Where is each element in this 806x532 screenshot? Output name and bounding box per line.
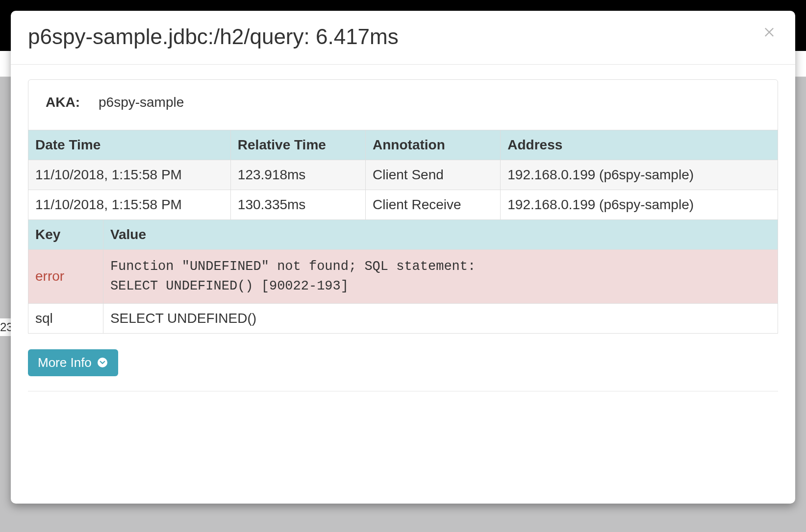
cell-relative: 123.918ms [230, 160, 365, 190]
cell-annotation: Client Send [366, 160, 501, 190]
cell-address: 192.168.0.199 (p6spy-sample) [501, 160, 778, 190]
modal-title: p6spy-sample.jdbc:/h2/query: 6.417ms [28, 24, 399, 49]
cell-relative: 130.335ms [230, 190, 365, 219]
events-th-address: Address [501, 130, 778, 160]
close-icon [762, 24, 776, 38]
kv-value: SELECT UNDEFINED() [103, 303, 778, 333]
more-info-label: More Info [38, 355, 92, 370]
kv-th-key: Key [28, 219, 103, 249]
kv-value: Function "UNDEFINED" not found; SQL stat… [103, 249, 778, 303]
events-th-annotation: Annotation [366, 130, 501, 160]
kv-row-sql: sql SELECT UNDEFINED() [28, 303, 778, 333]
modal-header: p6spy-sample.jdbc:/h2/query: 6.417ms [11, 11, 795, 65]
chevron-down-icon [97, 357, 108, 368]
table-row: 11/10/2018, 1:15:58 PM 123.918ms Client … [28, 160, 778, 190]
kv-row-error: error Function "UNDEFINED" not found; SQ… [28, 249, 778, 303]
cell-datetime: 11/10/2018, 1:15:58 PM [28, 190, 231, 219]
cell-annotation: Client Receive [366, 190, 501, 219]
section-divider [28, 391, 778, 391]
cell-address: 192.168.0.199 (p6spy-sample) [501, 190, 778, 219]
aka-value: p6spy-sample [99, 95, 184, 110]
events-th-datetime: Date Time [28, 130, 231, 160]
close-button[interactable] [760, 24, 778, 39]
more-info-button[interactable]: More Info [28, 349, 118, 376]
kv-table: Key Value error Function "UNDEFINED" not… [28, 219, 778, 334]
events-th-relative: Relative Time [230, 130, 365, 160]
modal-body: AKA: p6spy-sample Date Time Relative Tim… [11, 65, 795, 504]
kv-key: sql [28, 303, 103, 333]
trace-detail-modal: p6spy-sample.jdbc:/h2/query: 6.417ms AKA… [11, 11, 795, 504]
aka-label: AKA: [46, 95, 80, 110]
events-table: Date Time Relative Time Annotation Addre… [28, 130, 778, 220]
table-row: 11/10/2018, 1:15:58 PM 130.335ms Client … [28, 190, 778, 219]
aka-panel: AKA: p6spy-sample [28, 79, 778, 130]
cell-datetime: 11/10/2018, 1:15:58 PM [28, 160, 231, 190]
kv-th-value: Value [103, 219, 778, 249]
kv-key: error [28, 249, 103, 303]
